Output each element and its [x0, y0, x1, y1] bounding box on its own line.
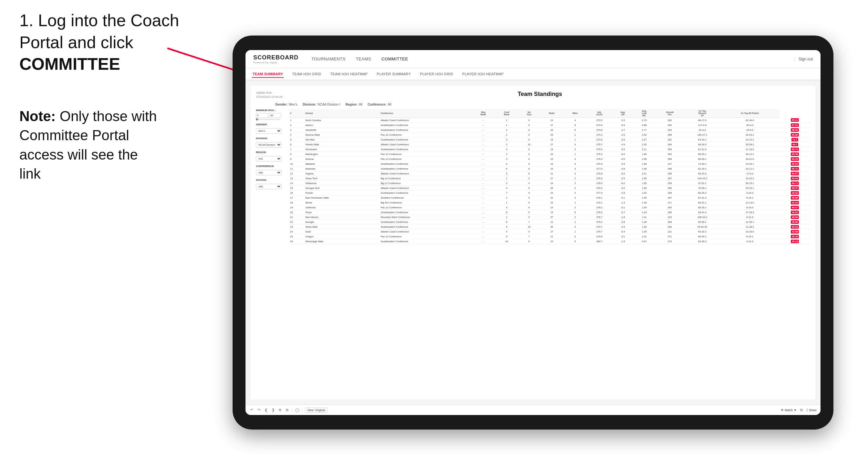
cell-wins: 2 [564, 176, 587, 181]
cell-rank: 3 [289, 128, 304, 132]
cell-school[interactable]: Washington [304, 152, 379, 157]
cell-wins: 4 [564, 195, 587, 200]
min-rounds-slider[interactable] [256, 119, 280, 120]
table-header-row: # School Conference RegRank ConfRank NoT… [289, 109, 810, 118]
cell-school[interactable]: Duke [304, 229, 379, 234]
cell-vs-top-25b: 17-33-3 [720, 210, 779, 215]
cell-conf-rank: 3 [495, 157, 519, 161]
cell-rank: 8 [289, 152, 304, 157]
gender-label: Gender: [275, 103, 287, 106]
cell-school[interactable]: Ole Miss [304, 137, 379, 142]
cell-school[interactable]: Mississippi State [304, 239, 379, 244]
cell-school[interactable]: Virginia [304, 171, 379, 176]
sub-nav-team-summary[interactable]: TEAM SUMMARY [252, 71, 284, 78]
table-row: 19CaliforniaPac-12 Conference—48242278.2… [289, 205, 810, 210]
clock-icon[interactable]: ◯ [295, 408, 300, 412]
cell-school[interactable]: Illinois [304, 200, 379, 205]
cell-conference: Southeastern Conference [379, 220, 472, 224]
nav-teams[interactable]: TEAMS [356, 55, 371, 63]
share-button[interactable]: ⤴ Share [806, 409, 817, 412]
watch-button[interactable]: 👁 Watch ▼ [781, 409, 797, 412]
cell-school[interactable]: Oklahoma [304, 181, 379, 186]
cell-avg-sg: -6.0 [612, 157, 633, 161]
cell-avg-low: 1.98 [633, 152, 655, 157]
nav-tournaments[interactable]: TOURNAMENTS [311, 55, 346, 63]
cell-vs-top-25: 59-39-1 [684, 220, 720, 224]
paste-icon[interactable]: ⧉ [285, 408, 289, 412]
division-select[interactable]: NCAA Division I [256, 142, 282, 148]
sub-nav-player-h2h-grid[interactable]: PLAYER H2H GRID [419, 71, 454, 77]
cell-adj-score: 276.3 [587, 152, 612, 157]
cell-wins: 4 [564, 191, 587, 195]
gender-select[interactable]: Men's Women's [256, 128, 282, 134]
cell-no-tour: 5 [519, 195, 540, 200]
expand-icon[interactable]: ⧉ [799, 408, 804, 412]
copy-icon[interactable]: ⧉ [278, 408, 282, 412]
cell-wins: 1 [564, 200, 587, 205]
cell-school[interactable]: Florida [304, 191, 379, 195]
cell-conference: Atlantic Coast Conference [379, 118, 472, 123]
cell-avg-sg: -3.1 [612, 234, 633, 239]
redo-icon[interactable]: ↷ [256, 408, 261, 412]
cell-vs-top-25b: 23-11-1 [720, 166, 779, 171]
cell-school[interactable]: Oregon [304, 234, 379, 239]
forward-icon[interactable]: ❯ [271, 408, 275, 412]
cell-no-tour: 6 [519, 200, 540, 205]
min-rounds-min-input[interactable] [256, 113, 268, 118]
cell-school[interactable]: Texas A&M [304, 224, 379, 229]
school-select[interactable]: (All) [256, 184, 282, 189]
view-original-button[interactable]: View: Original [305, 408, 327, 413]
cell-school[interactable]: Texas Tech [304, 176, 379, 181]
table-row: 18IllinoisBig Ten Conference—16231279.1-… [289, 200, 810, 205]
note-bold: Note: [20, 108, 56, 124]
cell-conference: Southeastern Conference [379, 147, 472, 152]
cell-overall-par: 270 [655, 239, 684, 244]
cell-school[interactable]: East Tennessee State [304, 195, 379, 200]
sub-nav-team-h2h-grid[interactable]: TEAM H2H GRID [291, 71, 322, 77]
cell-school[interactable]: Tennessee [304, 147, 379, 152]
cell-vs-top-50-points: 65.49 [779, 152, 810, 157]
points-badge: 60.23 [791, 157, 799, 161]
conference-select[interactable]: (All) [256, 170, 282, 175]
cell-vs-top-25b: 8-14-0 [720, 205, 779, 210]
cell-school[interactable]: Vanderbilt [304, 128, 379, 132]
cell-school[interactable]: Georgia [304, 220, 379, 224]
cell-rnds: 23 [540, 200, 564, 205]
cell-school[interactable]: New Mexico [304, 215, 379, 220]
cell-school[interactable]: Georgia Tech [304, 186, 379, 191]
nav-items: TOURNAMENTS TEAMS COMMITTEE [311, 55, 794, 63]
cell-school[interactable]: Alabama [304, 161, 379, 166]
cell-school[interactable]: Texas [304, 210, 379, 215]
cell-school[interactable]: Arkansas [304, 166, 379, 171]
sign-out-link[interactable]: Sign out [799, 57, 813, 61]
table-row: 9ArizonaPac-12 Conference—38234276.3-6.0… [289, 157, 810, 161]
cell-avg-sg: -6.0 [612, 152, 633, 157]
cell-adj-score: 274.8 [587, 137, 612, 142]
points-badge: 40.24 [791, 201, 799, 205]
table-row: 5Ole MissSoutheastern Conference—3616127… [289, 137, 810, 142]
cell-rank: 4 [289, 132, 304, 137]
nav-committee[interactable]: COMMITTEE [381, 55, 408, 63]
update-time-label: Update time: [256, 91, 283, 95]
region-filter: Region: All [346, 103, 363, 106]
cell-conference: Southeastern Conference [379, 191, 472, 195]
cell-conf-rank: 1 [495, 200, 519, 205]
cell-conference: Mountain West Conference [379, 215, 472, 220]
min-rounds-max-input[interactable] [269, 113, 281, 118]
cell-school[interactable]: California [304, 205, 379, 210]
cell-reg-rank: — [472, 200, 495, 205]
table-row: 23Texas A&MSoutheastern Conference—91030… [289, 224, 810, 229]
cell-avg-low: 1.55 [633, 195, 655, 200]
cell-conf-rank: 4 [495, 186, 519, 191]
sub-nav-team-h2h-heatmap[interactable]: TEAM H2H HEATMAP [330, 71, 368, 77]
back-icon[interactable]: ❮ [264, 408, 268, 412]
cell-school[interactable]: Florida State [304, 142, 379, 147]
cell-school[interactable]: Arizona State [304, 132, 379, 137]
cell-school[interactable]: North Carolina [304, 118, 379, 123]
undo-icon[interactable]: ↶ [249, 408, 254, 412]
region-select[interactable]: N/A [256, 156, 282, 161]
cell-school[interactable]: Arizona [304, 157, 379, 161]
sub-nav-player-h2h-heatmap[interactable]: PLAYER H2H HEATMAP [462, 71, 504, 77]
cell-school[interactable]: Auburn [304, 123, 379, 128]
sub-nav-player-summary[interactable]: PLAYER SUMMARY [376, 71, 411, 77]
